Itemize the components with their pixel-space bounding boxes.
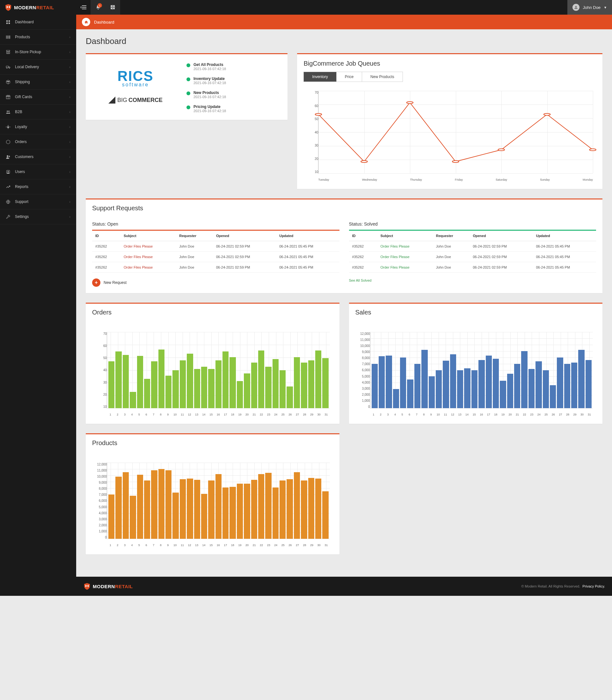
bar [280,370,286,409]
shield-icon [4,3,12,11]
sidebar-item-orders[interactable]: Orders› [0,134,76,149]
brand-text-2: RETAIL [36,5,54,10]
sidebar-item-gift-cards[interactable]: Gift Cards› [0,89,76,104]
status-dot-icon [186,91,190,95]
sales-card: Sales 12,00011,00010,0009,0008,0007,0006… [349,303,603,424]
status-dot-icon [186,63,190,67]
bar [464,368,470,408]
new-request-button[interactable]: + New Request [92,278,339,287]
bar [258,474,264,539]
status-label: Get All Products [194,62,226,67]
sidebar-item-label: Support [15,199,28,204]
bar [486,356,492,408]
bar [130,496,136,539]
tab-price[interactable]: Price [337,72,362,82]
bar [429,376,435,408]
bar [194,480,200,539]
support-solved-table: IDSubjectRequesterOpenedUpdated #35262Or… [349,230,596,273]
page-title: Dashboard [86,36,602,46]
sidebar-item-label: Customers [15,155,33,159]
sidebar-item-b2b[interactable]: B2B› [0,104,76,119]
bar [151,470,157,539]
sidebar-item-products[interactable]: Products› [0,30,76,45]
bar [165,376,171,408]
see-all-solved-link[interactable]: See All Solved [349,278,372,282]
ticket-subject-link[interactable]: Order Files Please [121,241,176,252]
sidebar-item-users[interactable]: Users› [0,165,76,180]
bar [194,369,200,408]
chevron-right-icon: › [69,80,70,84]
bar [436,370,442,409]
user-menu[interactable]: John Doe ▼ [567,0,612,15]
sidebar-item-label: Reports [15,185,28,189]
table-row: #35262Order Files PleaseJohn Doe06-24-20… [349,241,596,252]
brand-logo[interactable]: MODERNRETAIL [0,0,76,15]
bar [151,361,157,408]
ticket-subject-link[interactable]: Order Files Please [377,252,433,262]
svg-point-28 [544,113,551,115]
main: Dashboard Dashboard RICSsoftware BIGCOMM… [76,15,612,596]
breadcrumb-current: Dashboard [94,20,114,25]
table-row: #35262Order Files PleaseJohn Doe06-24-20… [349,252,596,262]
home-icon[interactable] [82,18,90,26]
svg-rect-0 [111,5,112,7]
bar [201,494,207,539]
table-row: #35262Order Files PleaseJohn Doe06-24-20… [92,241,339,252]
bar [578,350,584,408]
sidebar-item-in-store-pickup[interactable]: In-Store Pickup› [0,45,76,60]
bar [144,379,150,408]
support-open-label: Status: Open [92,222,339,227]
sidebar-item-label: Settings [15,214,29,219]
apps-icon [110,5,115,10]
ticket-subject-link[interactable]: Order Files Please [121,262,176,273]
sidebar-item-dashboard[interactable]: Dashboard [0,15,76,30]
bar [273,487,279,539]
tab-inventory[interactable]: Inventory [304,72,336,82]
sidebar-item-label: B2B [15,110,22,114]
apps-button[interactable] [106,0,120,15]
topbar: MODERNRETAIL 1 John Doe ▼ [0,0,612,15]
sidebar-item-label: Shipping [15,80,30,84]
job-queues-title: BigCommerce Job Queues [304,60,596,67]
tab-new-products[interactable]: New Products [362,72,403,82]
orders-title: Orders [86,304,339,319]
products-card: Products 12,00011,00010,0009,0008,0007,0… [86,433,339,554]
ticket-subject-link[interactable]: Order Files Please [121,252,176,262]
bar [393,389,399,408]
sidebar-item-local-delivery[interactable]: Local Delivery› [0,60,76,74]
svg-point-29 [590,149,596,151]
sidebar-item-support[interactable]: Support› [0,194,76,209]
ticket-subject-link[interactable]: Order Files Please [377,262,433,273]
privacy-link[interactable]: Privacy Policy. [582,584,605,588]
svg-rect-7 [6,20,8,22]
bar [315,478,321,539]
notifications-button[interactable]: 1 [91,0,106,15]
bar [450,354,456,408]
bar [421,350,428,408]
chevron-right-icon: › [69,170,70,174]
sidebar-item-loyalty[interactable]: Loyalty› [0,119,76,134]
bar [165,470,171,539]
bar [294,357,300,408]
sidebar-item-reports[interactable]: Reports› [0,180,76,194]
sidebar-item-customers[interactable]: Customers› [0,149,76,165]
sales-chart: 12,00011,00010,0009,0008,0007,0006,0005,… [356,329,596,418]
bar [172,370,179,409]
bar [514,364,520,408]
orders-card: Orders 706050403020101234567891011121314… [86,303,339,424]
svg-point-18 [7,155,8,157]
bar [123,472,129,539]
bar [564,364,570,408]
bar [443,361,449,408]
sidebar-item-settings[interactable]: Settings› [0,209,76,224]
ticket-subject-link[interactable]: Order Files Please [377,241,433,252]
table-row: #35262Order Files PleaseJohn Doe06-24-20… [92,252,339,262]
bar [372,364,378,408]
menu-toggle-button[interactable] [76,0,91,15]
bar [215,360,222,408]
bar [172,492,179,539]
sidebar-item-shipping[interactable]: Shipping› [0,74,76,89]
bar [315,351,321,408]
bar [251,480,257,539]
bar [158,469,165,539]
